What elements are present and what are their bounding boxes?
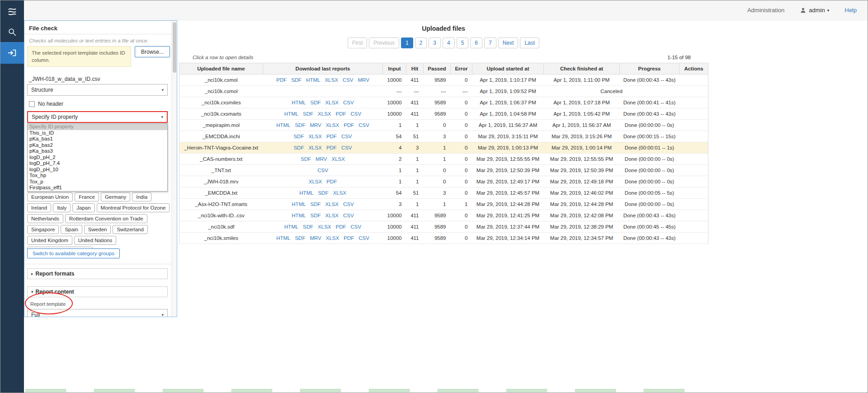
- report-link-xlsx[interactable]: XLSX: [333, 190, 346, 196]
- report-link-xlsx[interactable]: XLSX: [326, 122, 339, 128]
- report-link-pdf[interactable]: PDF: [326, 134, 337, 139]
- report-link-csv[interactable]: CSV: [359, 235, 369, 241]
- column-header-progress[interactable]: Progress: [620, 63, 679, 75]
- column-header-error[interactable]: Error: [451, 63, 472, 75]
- column-header-input[interactable]: Input: [383, 63, 406, 75]
- switch-category-groups-button[interactable]: Switch to available category groups: [27, 248, 120, 258]
- no-header-checkbox[interactable]: No header: [29, 101, 63, 107]
- report-link-html[interactable]: HTML: [284, 111, 298, 117]
- table-row[interactable]: _nci10k.sdfHTMLSDFXLSXPDFCSV100004119589…: [179, 221, 708, 233]
- report-link-sdf[interactable]: SDF: [311, 213, 321, 218]
- report-content-section[interactable]: ▾ Report content: [27, 286, 168, 297]
- report-link-csv[interactable]: CSV: [351, 224, 362, 229]
- report-link-sdf[interactable]: SDF: [295, 122, 305, 128]
- report-link-csv[interactable]: CSV: [317, 168, 328, 173]
- report-link-sdf[interactable]: SDF: [291, 77, 302, 83]
- report-link-xlsx[interactable]: XLSX: [309, 179, 322, 184]
- report-link-html[interactable]: HTML: [306, 77, 320, 83]
- table-row[interactable]: _nci10k.csmolPDFSDFHTMLXLSXCSVMRV1000041…: [179, 75, 708, 86]
- page-button-last[interactable]: Last: [520, 37, 539, 48]
- page-button-2[interactable]: 2: [415, 37, 427, 48]
- report-link-sdf[interactable]: SDF: [293, 134, 304, 139]
- report-link-sdf[interactable]: SDF: [293, 145, 304, 150]
- report-link-pdf[interactable]: PDF: [326, 179, 337, 184]
- report-link-csv[interactable]: CSV: [343, 77, 354, 83]
- table-row[interactable]: _nci10k.cxsmartsHTMLSDFXLSXPDFCSV1000041…: [179, 108, 708, 120]
- dropdown-option[interactable]: Specify ID property: [28, 124, 167, 130]
- table-row[interactable]: _nci10k.csmol------------Apr 1, 2019, 1:…: [179, 86, 708, 97]
- report-link-sdf[interactable]: SDF: [303, 224, 313, 229]
- report-link-csv[interactable]: CSV: [341, 145, 352, 150]
- report-link-html[interactable]: HTML: [276, 122, 290, 128]
- report-link-html[interactable]: HTML: [292, 201, 306, 207]
- structure-select[interactable]: Structure ▾: [27, 84, 168, 96]
- report-link-xlsx[interactable]: XLSX: [326, 201, 339, 207]
- report-link-csv[interactable]: CSV: [343, 201, 354, 207]
- table-row[interactable]: _Asx-H2O-TNT.smartsHTMLSDFXLSXCSV3111Mar…: [179, 199, 708, 210]
- dropdown-option[interactable]: pKa_bas2: [28, 142, 167, 149]
- category-button[interactable]: Japan: [72, 203, 94, 212]
- report-link-html[interactable]: HTML: [284, 224, 298, 229]
- table-row[interactable]: _nci10k.cxsmilesHTMLSDFXLSXCSV1000041195…: [179, 97, 708, 108]
- table-row[interactable]: _EMCDDA.txtHTMLSDFXLSX545130Mar 29, 2019…: [179, 187, 708, 199]
- report-link-mrv[interactable]: MRV: [316, 156, 327, 162]
- report-template-select[interactable]: Full ▾: [27, 309, 168, 317]
- dropdown-option[interactable]: Firstpass_eff1: [28, 185, 167, 191]
- report-link-sdf[interactable]: SDF: [311, 201, 321, 207]
- administration-link[interactable]: Administration: [747, 7, 784, 14]
- category-button[interactable]: United Nations: [74, 236, 116, 245]
- user-menu[interactable]: admin ▾: [800, 7, 829, 14]
- category-button[interactable]: Italy: [53, 203, 71, 212]
- report-link-sdf[interactable]: SDF: [318, 190, 328, 196]
- app-logo[interactable]: [0, 0, 24, 22]
- report-link-pdf[interactable]: PDF: [276, 77, 287, 83]
- category-button[interactable]: France: [75, 192, 99, 201]
- report-link-xlsx[interactable]: XLSX: [318, 224, 331, 229]
- page-button-4[interactable]: 4: [443, 37, 455, 48]
- report-link-pdf[interactable]: PDF: [326, 145, 337, 150]
- dropdown-option[interactable]: Tox_hp: [28, 173, 167, 179]
- column-header-passed[interactable]: Passed: [424, 63, 451, 75]
- report-link-html[interactable]: HTML: [299, 190, 313, 196]
- category-button[interactable]: Sweden: [84, 225, 111, 234]
- dropdown-option[interactable]: Tox_p: [28, 179, 167, 185]
- dropdown-option[interactable]: This_is_ID: [28, 130, 167, 136]
- report-link-sdf[interactable]: SDF: [301, 156, 311, 162]
- table-row[interactable]: _nci10k-with-ID..csvHTMLSDFXLSXCSV100004…: [179, 210, 708, 221]
- table-row[interactable]: _JWH-018.mrvXLSXPDF1100Mar 29, 2019, 12:…: [179, 176, 708, 187]
- report-link-pdf[interactable]: PDF: [344, 235, 354, 241]
- table-row[interactable]: _TNT.txtCSV1100Mar 29, 2019, 12:50:39 PM…: [179, 165, 708, 176]
- dropdown-option[interactable]: logD_pH_2: [28, 154, 167, 161]
- panel-scrollbar[interactable]: [171, 21, 177, 317]
- column-header-check-finished-at[interactable]: Check finished at: [544, 63, 620, 75]
- category-button[interactable]: European Union: [27, 192, 73, 201]
- report-link-csv[interactable]: CSV: [351, 111, 362, 117]
- column-header-hit[interactable]: Hit: [406, 63, 424, 75]
- category-button[interactable]: Germany: [101, 192, 130, 201]
- report-link-html[interactable]: HTML: [292, 213, 306, 218]
- page-button-6[interactable]: 6: [470, 37, 482, 48]
- category-button[interactable]: Rotterdam Convention on Trade: [65, 214, 147, 223]
- report-link-xlsx[interactable]: XLSX: [325, 77, 338, 83]
- category-button[interactable]: Singapore: [27, 225, 59, 234]
- report-link-mrv[interactable]: MRV: [358, 77, 369, 83]
- page-button-5[interactable]: 5: [457, 37, 469, 48]
- table-row[interactable]: _nci10k.smilesHTMLSDFMRVXLSXPDFCSV100004…: [179, 233, 708, 244]
- report-link-csv[interactable]: CSV: [343, 100, 354, 105]
- page-button-7[interactable]: 7: [484, 37, 496, 48]
- help-link[interactable]: Help: [844, 7, 857, 14]
- column-header-download-last-reports[interactable]: Download last reports: [263, 63, 383, 75]
- checkbox[interactable]: [29, 101, 35, 107]
- report-link-pdf[interactable]: PDF: [336, 224, 346, 229]
- scrollbar-thumb[interactable]: [173, 22, 176, 73]
- report-link-xlsx[interactable]: XLSX: [326, 213, 339, 218]
- category-button[interactable]: Spain: [61, 225, 82, 234]
- column-header-uploaded-file-name[interactable]: Uploaded file name: [179, 63, 263, 75]
- report-link-csv[interactable]: CSV: [343, 213, 354, 218]
- browse-button[interactable]: Browse...: [135, 46, 170, 57]
- report-link-pdf[interactable]: PDF: [344, 122, 354, 128]
- category-button[interactable]: India: [132, 192, 151, 201]
- id-property-select[interactable]: Specify ID property ▾: [27, 111, 168, 123]
- report-link-sdf[interactable]: SDF: [303, 111, 313, 117]
- sidebar-item-file-check[interactable]: [0, 42, 24, 64]
